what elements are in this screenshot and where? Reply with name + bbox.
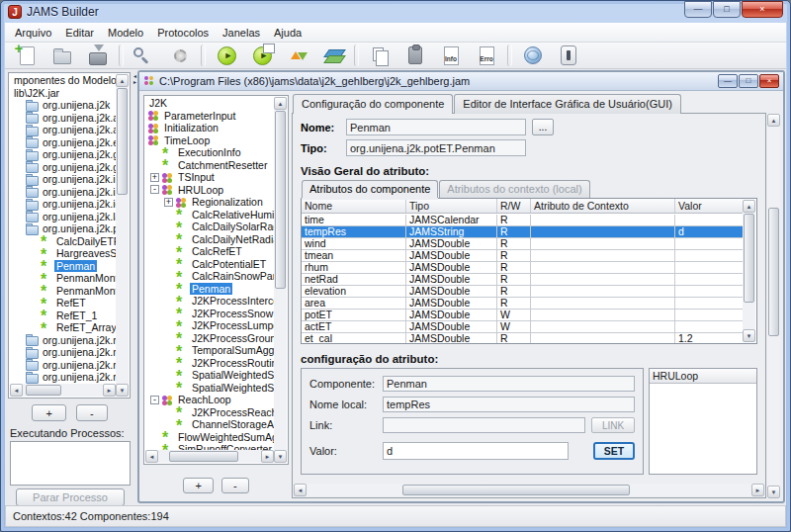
add-component-button[interactable]: + [32, 404, 65, 421]
table-row[interactable]: area JAMSDouble R [302, 298, 744, 310]
scroll-up-icon[interactable]: ▲ [743, 200, 755, 213]
tree-item[interactable]: CalcDailyETP_Hau [10, 235, 116, 248]
close-button[interactable]: × [742, 1, 783, 18]
scroll-thumb[interactable] [744, 214, 754, 303]
column-header[interactable]: Tipo [406, 199, 497, 213]
scroll-right-icon[interactable]: ► [261, 450, 274, 463]
tree-item[interactable]: org.unijena.j2k.radiat [10, 334, 116, 347]
document-title-bar[interactable]: C:\Program Files (x86)\jams\data\j2k_geh… [139, 72, 783, 91]
save-model-button[interactable] [81, 44, 115, 68]
tree-item[interactable]: RefET [10, 297, 116, 310]
table-row[interactable]: elevation JAMSDouble R [302, 286, 744, 298]
horizontal-scrollbar[interactable]: ◄ ► [294, 484, 764, 496]
horizontal-scrollbar[interactable]: ◄ ► [145, 450, 274, 463]
scroll-left-icon[interactable]: ◄ [294, 484, 307, 496]
tree-item[interactable]: Penman [10, 260, 116, 273]
tree-item[interactable]: CalcRefET [145, 245, 274, 258]
tree-item[interactable]: J2KProcessReachRouti [145, 406, 274, 419]
tree-item[interactable]: org.unijena.j2k.io [10, 198, 116, 211]
run-model-button[interactable] [210, 44, 243, 68]
restore-button[interactable]: □ [739, 74, 758, 88]
tree-item[interactable]: CatchmentResetter [145, 159, 274, 172]
vertical-scrollbar[interactable]: ▲ ▼ [743, 200, 755, 342]
tree-item[interactable]: PenmanMonteith_ [10, 285, 116, 298]
menu-item[interactable]: Ajuda [267, 24, 308, 42]
tree-item[interactable]: CalcDailySolarRadiation [145, 221, 274, 233]
tree-item[interactable]: org.unijena.j2k.aggre [10, 112, 116, 125]
tree-item[interactable]: SimRunoffConverter [145, 443, 274, 450]
tree-item[interactable]: J2KProcessGroundwate [145, 332, 274, 345]
tab[interactable]: Editor de Interface Gráfica de Usuário(G… [454, 94, 681, 114]
tree-item[interactable]: org.unijena.j2k.interc [10, 186, 116, 199]
scroll-right-icon[interactable]: ► [751, 484, 764, 496]
new-model-button[interactable] [10, 44, 44, 68]
local-name-field[interactable] [383, 397, 635, 412]
scroll-up-icon[interactable]: ▲ [767, 114, 780, 127]
web-button[interactable] [516, 44, 550, 68]
tree-item[interactable]: PenmanMonteith [10, 272, 116, 285]
scroll-thumb[interactable] [26, 385, 61, 396]
tree-item[interactable]: J2KProcessRouting [145, 357, 274, 370]
browse-button[interactable]: ... [532, 119, 554, 135]
run-model-window-button[interactable] [245, 44, 279, 68]
tree-item[interactable]: org.unijena.j2k.regior [10, 359, 116, 372]
tree-item[interactable]: J2KProcessLumpedSoil [145, 319, 274, 332]
add-node-button[interactable]: + [183, 478, 213, 493]
vertical-scrollbar[interactable]: ▲ ▼ [274, 97, 287, 463]
set-button[interactable]: SET [593, 442, 635, 460]
scroll-thumb[interactable] [169, 451, 238, 462]
tree-item[interactable]: RefET_Array [10, 321, 116, 334]
column-header[interactable]: R/W [497, 199, 531, 213]
scroll-thumb[interactable] [117, 88, 128, 195]
tree-item[interactable]: lib\J2K.jar [10, 87, 116, 100]
tree-item[interactable]: CalcRainSnowParts [145, 270, 274, 283]
tree-item[interactable]: org.unijena.j2k [10, 99, 116, 112]
tree-item[interactable]: TSInput [145, 171, 274, 184]
vertical-scrollbar[interactable]: ▲ ▼ [116, 74, 129, 397]
scroll-thumb[interactable] [402, 485, 630, 495]
remove-node-button[interactable]: - [221, 478, 249, 493]
tree-item[interactable]: J2KProcessSnow [145, 308, 274, 320]
component-name-field[interactable] [346, 119, 526, 135]
tree-item[interactable]: org.unijena.j2k.groun [10, 161, 116, 174]
tree-item[interactable]: Regionalization [145, 196, 274, 209]
scroll-left-icon[interactable]: ◄ [145, 450, 158, 463]
tree-item[interactable]: org.unijena.j2k.inputD [10, 173, 116, 186]
minimize-button[interactable]: — [684, 1, 712, 18]
maximize-button[interactable]: □ [713, 1, 741, 18]
table-row[interactable]: netRad JAMSDouble R [302, 274, 744, 286]
tree-item[interactable]: CalcDailyNetRadiation [145, 233, 274, 246]
value-input[interactable] [383, 442, 569, 460]
tree-item[interactable]: HRULoop [145, 184, 274, 197]
scroll-thumb[interactable] [768, 208, 779, 336]
tree-item[interactable]: J2KProcessInterception [145, 295, 274, 308]
tab[interactable]: Atributos do componente [302, 180, 438, 198]
table-row[interactable]: et_cal JAMSDouble R 1.2 [302, 333, 744, 343]
stop-process-button[interactable]: Parar Processo [16, 488, 125, 506]
tree-item[interactable]: SpatialWeightedSumAg [145, 382, 274, 395]
tree-item[interactable]: org.unijena.j2k.lake [10, 211, 116, 223]
scroll-down-icon[interactable]: ▼ [116, 384, 129, 397]
tree-item[interactable]: HargreavesSamar [10, 247, 116, 260]
scroll-down-icon[interactable]: ▼ [767, 486, 780, 498]
tree-item[interactable]: RefET_1 [10, 310, 116, 322]
tree-item[interactable]: org.unijena.j2k.analys [10, 124, 116, 136]
search-button[interactable] [128, 44, 161, 68]
export-model-button[interactable] [281, 44, 314, 68]
tree-item[interactable]: org.unijena.j2k.refET [10, 346, 116, 359]
tree-item[interactable]: org.unijena.j2k.geogr [10, 148, 116, 161]
table-row[interactable]: actET JAMSDouble W [302, 321, 744, 333]
menu-item[interactable]: Protocolos [150, 24, 216, 42]
component-field[interactable] [383, 376, 635, 392]
tree-item[interactable]: CalcPotentialET [145, 258, 274, 271]
expander-icon[interactable] [150, 185, 159, 194]
expander-icon[interactable] [150, 173, 159, 182]
column-header[interactable]: Atributo de Contexto [531, 199, 675, 213]
column-header[interactable]: Nome [302, 199, 406, 213]
table-row[interactable]: rhum JAMSDouble R [302, 262, 744, 274]
menu-item[interactable]: Janelas [216, 24, 267, 42]
tree-item[interactable]: ParameterInput [145, 110, 274, 123]
scroll-down-icon[interactable]: ▼ [274, 450, 287, 463]
link-field[interactable] [383, 417, 585, 433]
scroll-left-icon[interactable]: ◄ [10, 384, 23, 397]
